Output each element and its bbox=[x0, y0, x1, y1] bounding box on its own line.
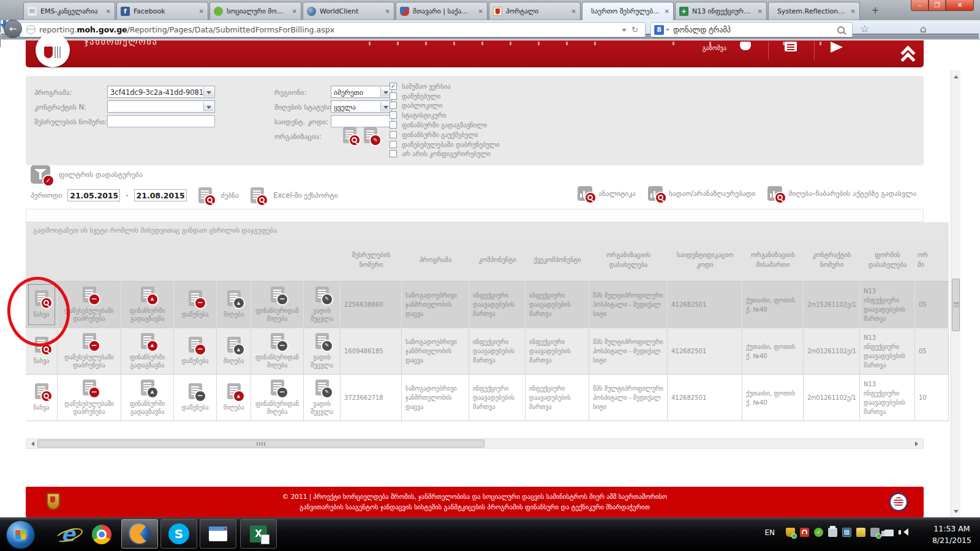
messages-icon[interactable] bbox=[783, 42, 799, 53]
accept-from-financial-button[interactable]: ფინანსურიდან მიღება bbox=[251, 328, 304, 374]
checkbox-icon[interactable] bbox=[390, 121, 397, 129]
tab-close-icon[interactable]: ✕ bbox=[851, 8, 856, 15]
column-header[interactable]: ორგანიზაციის მისამართი bbox=[742, 239, 804, 281]
horizontal-scroll-thumb[interactable] bbox=[37, 440, 484, 448]
engine-dropdown-icon[interactable] bbox=[666, 29, 669, 33]
organization-edit-icon[interactable] bbox=[364, 127, 377, 143]
vertical-scroll-thumb[interactable] bbox=[952, 279, 960, 331]
new-tab-button[interactable]: + bbox=[867, 4, 883, 17]
filter-checkbox-row[interactable]: ფინანსურში გაუქმებული bbox=[390, 130, 499, 140]
tab-close-icon[interactable]: ✕ bbox=[478, 8, 483, 15]
url-dropdown-icon[interactable] bbox=[622, 29, 627, 34]
tab-close-icon[interactable]: ✕ bbox=[106, 8, 111, 15]
usb-tray-icon[interactable] bbox=[870, 528, 880, 537]
checkbox-icon[interactable] bbox=[390, 141, 397, 148]
taskbar-clock[interactable]: 11:53 AM 8/21/2015 bbox=[932, 523, 971, 547]
region-select[interactable]: იმერეთი bbox=[331, 86, 392, 98]
browser-tab[interactable]: პორტალი✕ bbox=[489, 2, 581, 20]
send-to-financial-button[interactable]: ფინანსურში გადაგზავნა bbox=[121, 375, 174, 421]
internet-explorer-icon[interactable]: e bbox=[56, 522, 80, 545]
column-header[interactable]: ფორმის დასახელება bbox=[860, 239, 915, 281]
column-header-partial[interactable]: ორმი bbox=[915, 239, 949, 281]
accept-button[interactable]: მიღება bbox=[217, 328, 251, 374]
vertical-scrollbar[interactable] bbox=[951, 70, 960, 517]
column-header[interactable]: კომპონენტი bbox=[469, 239, 526, 281]
filter-checkbox-row[interactable]: სამუშაო ვერსია bbox=[390, 81, 499, 91]
accept-from-financial-button[interactable]: ფინანსურიდან მიღება bbox=[251, 375, 304, 421]
tab-close-icon[interactable]: ✕ bbox=[571, 8, 576, 15]
tab-close-icon[interactable]: ✕ bbox=[385, 8, 390, 15]
search-button-icon[interactable] bbox=[198, 187, 212, 203]
app-window-taskbar-button[interactable] bbox=[200, 519, 236, 549]
firefox-taskbar-button[interactable] bbox=[121, 519, 158, 549]
tab-close-icon[interactable]: ✕ bbox=[199, 8, 204, 15]
shield-tray-icon[interactable] bbox=[786, 528, 795, 537]
bookmark-star-icon[interactable]: ☆ bbox=[860, 23, 869, 35]
excel-export-icon[interactable] bbox=[251, 187, 264, 203]
reject-button[interactable]: დაწუნება bbox=[174, 282, 217, 328]
return-to-institution-button[interactable]: დაწესებულებაში დაბრუნება bbox=[58, 328, 121, 374]
utility-tray-icon[interactable] bbox=[856, 528, 865, 537]
disputed-label[interactable]: სადაო/არანაზღაურებადი bbox=[669, 189, 755, 198]
volume-tray-icon[interactable] bbox=[899, 528, 908, 537]
column-header[interactable]: პროგრამა bbox=[402, 239, 469, 281]
display-tray-icon[interactable] bbox=[842, 528, 851, 537]
view-button[interactable]: ნახვა bbox=[26, 375, 58, 421]
browser-tab[interactable]: EMS-კანცელარია✕ bbox=[23, 2, 115, 20]
organization-search-icon[interactable] bbox=[343, 127, 356, 143]
skype-taskbar-button[interactable] bbox=[160, 519, 197, 549]
column-header[interactable]: კონტრაქტის ნომერი bbox=[804, 239, 860, 281]
disputed-icon[interactable] bbox=[648, 186, 663, 201]
horizontal-scrollbar[interactable] bbox=[26, 438, 924, 449]
accept-from-financial-button[interactable]: ფინანსურიდან მიღება bbox=[251, 282, 304, 328]
close-button[interactable]: ✕ bbox=[946, 0, 974, 11]
column-header[interactable]: ორგანიზაციის დასახელება bbox=[589, 239, 668, 281]
back-button[interactable] bbox=[4, 20, 22, 38]
change-term-button[interactable]: ვადის შეცვლა bbox=[304, 328, 341, 374]
browser-tab[interactable]: მთავარი | საქა...✕ bbox=[396, 2, 488, 20]
language-indicator[interactable]: EN bbox=[764, 528, 775, 537]
filter-checkbox-row[interactable]: დაწუნებული bbox=[390, 91, 499, 101]
date-to-input[interactable] bbox=[134, 189, 187, 201]
reject-button[interactable]: დაწუნება bbox=[174, 328, 217, 374]
tab-close-icon[interactable]: ✕ bbox=[665, 8, 669, 15]
search-icon[interactable] bbox=[837, 26, 845, 34]
accept-button[interactable]: მიღება bbox=[217, 282, 251, 328]
accept-button[interactable]: მიღება bbox=[217, 375, 251, 421]
filter-checkbox-row[interactable]: არ არის კონფიგურირებული bbox=[390, 149, 499, 159]
change-term-button[interactable]: ვადის შეცვლა bbox=[304, 375, 341, 421]
url-bar[interactable]: reporting.moh.gov.ge/Reporting/Pages/Dat… bbox=[20, 22, 646, 37]
restore-button[interactable]: ❐ bbox=[929, 0, 946, 11]
program-select[interactable]: 3cf41dc9-3c2a-41dd-9081-0 bbox=[107, 86, 215, 98]
excel-export-label[interactable]: Excel-ში ექსპორტი bbox=[273, 191, 337, 200]
checkbox-icon[interactable] bbox=[390, 83, 397, 90]
ident-code-input[interactable] bbox=[331, 115, 392, 127]
search-bar[interactable]: 8 დონალდ ტრამპ bbox=[650, 22, 853, 37]
scroll-right-icon[interactable] bbox=[913, 439, 923, 448]
browser-tab[interactable]: სოციალური მო...✕ bbox=[209, 2, 301, 20]
tab-close-icon[interactable]: ✕ bbox=[758, 8, 763, 15]
search-engine-icon[interactable]: 8 bbox=[654, 25, 664, 35]
filter-checkbox-row[interactable]: დაწესებულებაში დაბრუნებული bbox=[390, 140, 499, 149]
execution-number-input[interactable] bbox=[107, 115, 215, 127]
checkbox-icon[interactable] bbox=[390, 102, 397, 109]
date-from-input[interactable] bbox=[67, 189, 120, 201]
status-select[interactable]: ყველა bbox=[331, 100, 392, 113]
scroll-up-icon[interactable] bbox=[951, 70, 960, 80]
checkbox-icon[interactable] bbox=[390, 150, 397, 157]
checkbox-icon[interactable] bbox=[390, 111, 397, 119]
browser-tab[interactable]: საერთო შესრულებ...✕ bbox=[582, 2, 674, 20]
grouping-hint-band[interactable]: გადმოიტანეთ ის სვეტი რომლის მიხედვითაც გ… bbox=[26, 222, 949, 239]
change-term-button[interactable]: ვადის შეცვლა bbox=[304, 282, 341, 328]
header-menu-item[interactable]: გაზომვა bbox=[703, 45, 726, 51]
printer-tray-icon[interactable] bbox=[828, 528, 837, 537]
acts-icon[interactable] bbox=[767, 186, 782, 201]
checkbox-icon[interactable] bbox=[390, 92, 397, 100]
acts-label[interactable]: მიღება–ჩაბარების აქტებზე გადასვლა bbox=[788, 189, 916, 198]
chrome-icon[interactable] bbox=[92, 525, 111, 544]
return-to-institution-button[interactable]: დაწესებულებაში დაბრუნება bbox=[58, 375, 121, 421]
adobe-tray-icon[interactable] bbox=[800, 528, 809, 537]
search-button-label[interactable]: ძებნა bbox=[221, 191, 239, 200]
filter-checkbox-row[interactable]: ფინანსურში გადაგზავნილი bbox=[390, 120, 499, 130]
contract-select[interactable] bbox=[107, 100, 215, 113]
